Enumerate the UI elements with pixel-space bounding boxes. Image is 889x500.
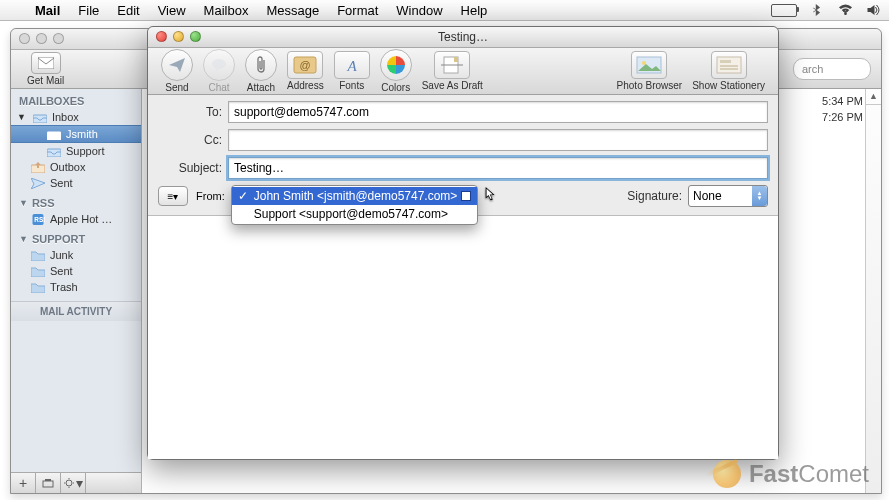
inbox-icon xyxy=(47,129,61,140)
sidebar-item-inbox[interactable]: ▼ Inbox xyxy=(11,109,141,125)
system-menubar: Mail File Edit View Mailbox Message Form… xyxy=(0,0,889,21)
mailboxes-header: MAILBOXES xyxy=(11,89,141,109)
folder-icon xyxy=(31,282,45,293)
svg-point-10 xyxy=(212,59,226,69)
attach-button[interactable]: Attach xyxy=(240,49,282,93)
message-time: 5:34 PM xyxy=(822,95,863,107)
from-option-jsmith[interactable]: ✓ John Smith <jsmith@demo5747.com> xyxy=(232,187,477,205)
signature-label: Signature: xyxy=(627,189,682,203)
sidebar-label: Junk xyxy=(50,249,73,261)
compose-titlebar[interactable]: Testing… xyxy=(148,27,778,48)
sidebar-item-trash[interactable]: Trash xyxy=(11,279,141,295)
inbox-icon xyxy=(47,146,61,157)
message-menu[interactable]: Message xyxy=(257,0,328,20)
mailbox-menu[interactable]: Mailbox xyxy=(195,0,258,20)
signature-select[interactable]: None ▲▼ xyxy=(688,185,768,207)
rss-header[interactable]: ▼RSS xyxy=(11,191,141,211)
add-button[interactable]: + xyxy=(11,473,36,493)
format-menu[interactable]: Format xyxy=(328,0,387,20)
svg-rect-21 xyxy=(720,65,738,67)
sidebar-item-junk[interactable]: Junk xyxy=(11,247,141,263)
svg-text:@: @ xyxy=(300,59,311,71)
sidebar-label: Apple Hot … xyxy=(50,213,112,225)
svg-rect-7 xyxy=(43,481,53,487)
file-menu[interactable]: File xyxy=(69,0,108,20)
bluetooth-icon[interactable] xyxy=(810,4,825,16)
header-options-button[interactable]: ≡▾ xyxy=(158,186,188,206)
svg-rect-16 xyxy=(454,57,458,62)
svg-rect-0 xyxy=(38,57,54,69)
rss-icon: RSS xyxy=(31,214,45,225)
sidebar-label: Inbox xyxy=(52,111,79,123)
to-field[interactable]: support@demo5747.com xyxy=(228,101,768,123)
fonts-button[interactable]: AFonts xyxy=(329,51,375,91)
cc-label: Cc: xyxy=(158,133,228,147)
subject-label: Subject: xyxy=(158,161,228,175)
to-label: To: xyxy=(158,105,228,119)
minimize-button[interactable] xyxy=(36,33,47,44)
svg-text:A: A xyxy=(346,58,357,74)
compose-body[interactable] xyxy=(148,216,778,459)
cursor-icon xyxy=(483,187,499,205)
photo-browser-button[interactable]: Photo Browser xyxy=(612,51,688,91)
mailbox-sidebar: MAILBOXES ▼ Inbox Jsmith Support Outbox … xyxy=(11,89,142,493)
show-stationery-button[interactable]: Show Stationery xyxy=(687,51,770,91)
outbox-icon xyxy=(31,162,45,173)
sidebar-item-outbox[interactable]: Outbox xyxy=(11,159,141,175)
action-button[interactable]: ▾ xyxy=(61,473,86,493)
apple-menu[interactable] xyxy=(8,0,26,20)
zoom-button[interactable] xyxy=(53,33,64,44)
scrollbar[interactable]: ▲ xyxy=(865,89,881,493)
watermark: FastComet xyxy=(713,460,869,488)
sidebar-label: Outbox xyxy=(50,161,85,173)
get-mail-label: Get Mail xyxy=(27,75,64,86)
volume-icon[interactable] xyxy=(866,4,881,16)
zoom-button[interactable] xyxy=(190,31,201,42)
sidebar-item-sent-folder[interactable]: Sent xyxy=(11,263,141,279)
from-select[interactable]: ▲▼ ✓ John Smith <jsmith@demo5747.com> Su… xyxy=(231,186,471,206)
close-button[interactable] xyxy=(156,31,167,42)
comet-icon xyxy=(713,460,741,488)
support-header[interactable]: ▼SUPPORT xyxy=(11,227,141,247)
colors-button[interactable]: Colors xyxy=(375,49,417,93)
wifi-icon[interactable] xyxy=(838,4,853,16)
sidebar-item-support[interactable]: Support xyxy=(11,143,141,159)
minimize-button[interactable] xyxy=(173,31,184,42)
get-mail-button[interactable]: Get Mail xyxy=(21,52,70,86)
svg-rect-1 xyxy=(33,115,47,123)
compose-window: Testing… Send Chat Attach @Address AFont… xyxy=(147,26,779,460)
mail-activity-header: MAIL ACTIVITY xyxy=(11,301,141,321)
send-button[interactable]: Send xyxy=(156,49,198,93)
disclosure-icon[interactable]: ▼ xyxy=(17,112,26,122)
svg-text:RSS: RSS xyxy=(34,216,45,223)
svg-rect-8 xyxy=(45,479,51,481)
sidebar-item-apple-hot[interactable]: RSS Apple Hot … xyxy=(11,211,141,227)
close-button[interactable] xyxy=(19,33,30,44)
folder-icon xyxy=(31,266,45,277)
sidebar-item-jsmith[interactable]: Jsmith xyxy=(11,125,141,143)
search-field[interactable]: arch xyxy=(793,58,871,80)
view-menu[interactable]: View xyxy=(149,0,195,20)
help-menu[interactable]: Help xyxy=(452,0,497,20)
compose-toolbar: Send Chat Attach @Address AFonts Colors … xyxy=(148,48,778,95)
sidebar-label: Jsmith xyxy=(66,128,98,140)
inbox-icon xyxy=(33,112,47,123)
window-menu[interactable]: Window xyxy=(387,0,451,20)
battery-icon[interactable] xyxy=(771,4,797,17)
edit-menu[interactable]: Edit xyxy=(108,0,148,20)
svg-rect-22 xyxy=(720,68,738,70)
from-option-support[interactable]: Support <support@demo5747.com> xyxy=(232,205,477,223)
window-title: Testing… xyxy=(438,30,488,44)
sidebar-item-sent[interactable]: Sent xyxy=(11,175,141,191)
activity-button[interactable] xyxy=(36,473,61,493)
message-time: 7:26 PM xyxy=(822,111,863,123)
subject-field[interactable]: Testing… xyxy=(228,157,768,179)
sidebar-label: Support xyxy=(66,145,105,157)
from-dropdown[interactable]: ✓ John Smith <jsmith@demo5747.com> Suppo… xyxy=(231,185,478,225)
app-menu[interactable]: Mail xyxy=(26,0,69,20)
cc-field[interactable] xyxy=(228,129,768,151)
chat-button[interactable]: Chat xyxy=(198,49,240,93)
address-button[interactable]: @Address xyxy=(282,51,329,91)
svg-point-18 xyxy=(642,61,646,65)
save-draft-button[interactable]: Save As Draft xyxy=(417,51,488,91)
